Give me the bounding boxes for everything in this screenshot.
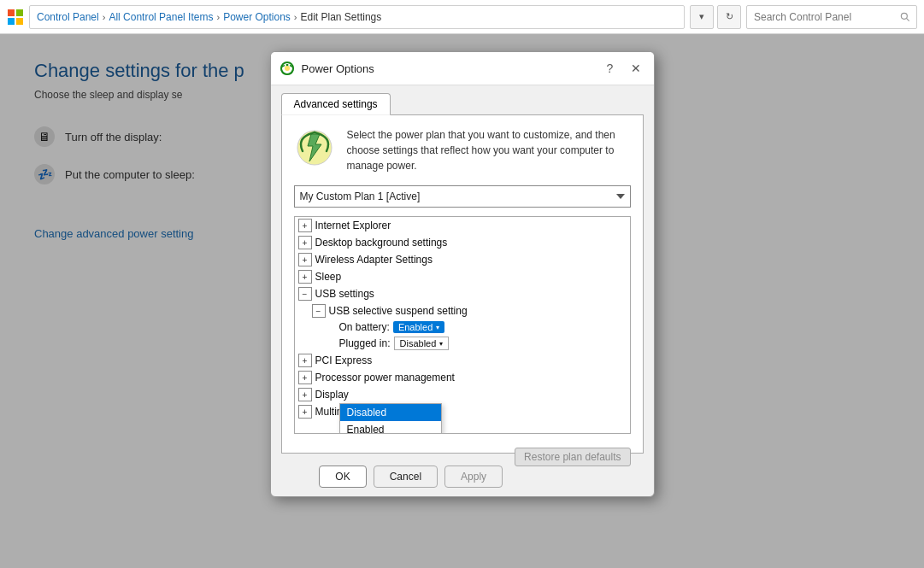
tree-item-wireless[interactable]: + Wireless Adapter Settings bbox=[295, 251, 630, 268]
power-options-dialog: Power Options ? ✕ Advanced settings bbox=[270, 51, 655, 497]
display-expander[interactable]: + bbox=[298, 388, 312, 401]
refresh-btn[interactable]: ↻ bbox=[717, 5, 741, 29]
on-battery-key: On battery: bbox=[339, 321, 390, 333]
desktop-label: Desktop background settings bbox=[315, 237, 448, 249]
usb-selective-expander[interactable]: − bbox=[312, 304, 326, 318]
tree-item-sleep[interactable]: + Sleep bbox=[295, 268, 630, 285]
svg-rect-3 bbox=[16, 18, 23, 25]
usb-expander[interactable]: − bbox=[298, 287, 312, 301]
windows-icon bbox=[7, 9, 24, 26]
wireless-expander[interactable]: + bbox=[298, 253, 312, 266]
desc-area: Select the power plan that you want to c… bbox=[294, 127, 631, 173]
main-content: Change settings for the p Choose the sle… bbox=[0, 34, 924, 568]
svg-point-5 bbox=[285, 66, 290, 71]
breadcrumb-power-options[interactable]: Power Options bbox=[223, 11, 291, 23]
ie-expander[interactable]: + bbox=[298, 219, 312, 232]
dialog-description: Select the power plan that you want to c… bbox=[347, 127, 631, 173]
usb-selective-label: USB selective suspend setting bbox=[329, 305, 468, 317]
on-battery-value: Enabled bbox=[398, 322, 433, 332]
on-battery-dropdown[interactable]: Enabled ▾ bbox=[393, 321, 444, 333]
tree-item-pci[interactable]: + PCI Express bbox=[295, 352, 630, 369]
svg-rect-2 bbox=[8, 18, 15, 25]
pci-label: PCI Express bbox=[315, 354, 373, 366]
breadcrumb-all-items[interactable]: All Control Panel Items bbox=[109, 11, 213, 23]
dialog-footer: OK Cancel Apply bbox=[271, 457, 515, 496]
plugged-in-row[interactable]: Plugged in: Disabled ▾ bbox=[295, 335, 630, 352]
plugged-in-dropdown[interactable]: Disabled ▾ bbox=[394, 337, 450, 350]
breadcrumb-sep-2: › bbox=[216, 12, 220, 22]
battery-dropdown-popup[interactable]: Disabled Enabled bbox=[339, 403, 442, 434]
plugged-in-key: Plugged in: bbox=[339, 337, 391, 349]
power-icon-large bbox=[294, 127, 337, 170]
breadcrumb[interactable]: Control Panel › All Control Panel Items … bbox=[29, 5, 685, 29]
tree-item-usb-selective[interactable]: − USB selective suspend setting bbox=[295, 302, 630, 319]
option-disabled[interactable]: Disabled bbox=[340, 404, 441, 421]
wireless-label: Wireless Adapter Settings bbox=[315, 254, 433, 266]
tree-item-processor[interactable]: + Processor power management bbox=[295, 369, 630, 386]
nav-buttons: ▾ ↻ bbox=[690, 5, 741, 29]
display-tree-label: Display bbox=[315, 389, 349, 401]
plan-select[interactable]: My Custom Plan 1 [Active] bbox=[294, 185, 631, 208]
processor-expander[interactable]: + bbox=[298, 371, 312, 384]
breadcrumb-sep-3: › bbox=[294, 12, 297, 22]
dialog-body: Select the power plan that you want to c… bbox=[281, 114, 644, 454]
search-input[interactable] bbox=[746, 5, 917, 29]
multimedia-expander[interactable]: + bbox=[298, 405, 312, 419]
sleep-expander[interactable]: + bbox=[298, 270, 312, 284]
breadcrumb-sep-1: › bbox=[103, 12, 106, 22]
processor-label: Processor power management bbox=[315, 372, 455, 384]
svg-rect-1 bbox=[16, 9, 23, 16]
breadcrumb-edit-plan: Edit Plan Settings bbox=[301, 11, 382, 23]
advanced-settings-tab[interactable]: Advanced settings bbox=[281, 93, 391, 115]
usb-label: USB settings bbox=[315, 288, 374, 300]
svg-rect-0 bbox=[8, 9, 15, 16]
dialog-title: Power Options bbox=[302, 62, 594, 75]
dialog-tabs: Advanced settings bbox=[271, 85, 654, 114]
sleep-tree-label: Sleep bbox=[315, 271, 342, 283]
modal-overlay: Power Options ? ✕ Advanced settings bbox=[0, 34, 924, 568]
on-battery-arrow: ▾ bbox=[436, 324, 439, 331]
tree-item-ie[interactable]: + Internet Explorer bbox=[295, 217, 630, 234]
dialog-titlebar: Power Options ? ✕ bbox=[271, 52, 654, 85]
dialog-close-btn[interactable]: ✕ bbox=[627, 59, 645, 78]
ok-button[interactable]: OK bbox=[319, 466, 366, 488]
address-bar: Control Panel › All Control Panel Items … bbox=[0, 0, 924, 34]
plugged-in-value: Disabled bbox=[400, 338, 437, 348]
ie-label: Internet Explorer bbox=[315, 220, 391, 231]
desktop-expander[interactable]: + bbox=[298, 236, 312, 249]
dropdown-nav-btn[interactable]: ▾ bbox=[690, 5, 714, 29]
plugged-in-arrow: ▾ bbox=[439, 340, 443, 348]
restore-defaults-btn[interactable]: Restore plan defaults bbox=[515, 448, 630, 466]
dialog-help-btn[interactable]: ? bbox=[601, 59, 620, 78]
settings-tree[interactable]: + Internet Explorer + Desktop background… bbox=[294, 216, 631, 434]
on-battery-row[interactable]: On battery: Enabled ▾ bbox=[295, 319, 630, 335]
cancel-button[interactable]: Cancel bbox=[374, 466, 438, 488]
option-enabled[interactable]: Enabled bbox=[340, 421, 441, 434]
apply-button[interactable]: Apply bbox=[444, 466, 503, 488]
tree-item-usb[interactable]: − USB settings bbox=[295, 285, 630, 302]
breadcrumb-control-panel[interactable]: Control Panel bbox=[37, 11, 99, 23]
pci-expander[interactable]: + bbox=[298, 354, 312, 367]
tree-item-desktop[interactable]: + Desktop background settings bbox=[295, 234, 630, 251]
tree-item-display[interactable]: + Display bbox=[295, 386, 630, 403]
dialog-power-icon bbox=[280, 61, 295, 76]
